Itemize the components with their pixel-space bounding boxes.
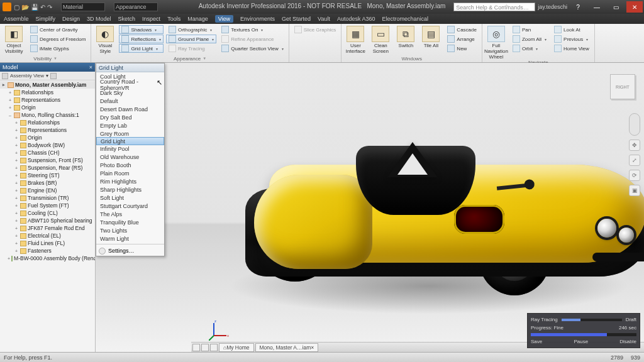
menu-a360[interactable]: Autodesk A360: [337, 16, 375, 22]
tab-document[interactable]: Mono, Master A…iam ×: [255, 343, 319, 352]
rt-save-button[interactable]: Save: [531, 339, 542, 344]
tree-node[interactable]: +Engine (EN): [0, 187, 95, 194]
visual-style-button[interactable]: ◐ Visual Style: [94, 25, 116, 54]
signin-user[interactable]: jay.tedeschi: [538, 4, 567, 10]
clean-screen-button[interactable]: ▭Clean Screen: [369, 25, 392, 54]
switch-windows-button[interactable]: ⧉Switch: [394, 25, 417, 48]
degrees-of-freedom-button[interactable]: Degrees of Freedom: [28, 35, 88, 43]
rt-quality-slider[interactable]: [562, 319, 622, 321]
new-window-button[interactable]: New: [445, 44, 479, 53]
tree-node[interactable]: +Fuel System (FT): [0, 202, 95, 209]
zoom-all-button[interactable]: Zoom All▾: [510, 35, 549, 43]
menu-3dmodel[interactable]: 3D Model: [87, 16, 111, 22]
tree-node[interactable]: +Electrical (EL): [0, 232, 95, 239]
browser-header[interactable]: Model ×: [0, 63, 95, 72]
tree-node[interactable]: +Chassis (CH): [0, 149, 95, 156]
qat-undo-icon[interactable]: ↶: [40, 4, 45, 11]
tree-node[interactable]: +Relationships: [0, 119, 95, 126]
nav-wheel-icon[interactable]: [629, 113, 640, 136]
nav-pan-icon[interactable]: ✥: [629, 140, 640, 151]
menu-assemble[interactable]: Assemble: [4, 16, 29, 22]
lighting-option[interactable]: The Alps: [96, 210, 164, 218]
model-tree[interactable]: ▸Mono, Master Assembly.iam +Relationship…: [0, 80, 95, 352]
tile-all-button[interactable]: ▤Tile All: [419, 25, 442, 48]
tab-home[interactable]: ⌂ My Home: [219, 343, 254, 352]
lighting-style-button[interactable]: Grid Light▾: [119, 44, 164, 53]
favorite-star-icon[interactable]: ★: [504, 3, 509, 9]
pan-button[interactable]: Pan: [510, 25, 549, 34]
tree-node[interactable]: +Transmision (TR): [0, 194, 95, 202]
tree-node[interactable]: +Representations: [0, 96, 95, 104]
tree-node[interactable]: +Suspension, Rear (RS): [0, 164, 95, 172]
browser-toolbar[interactable]: Assembly View▾: [0, 72, 95, 80]
tab-nav-next-icon[interactable]: [201, 344, 209, 351]
menu-design[interactable]: Design: [62, 16, 80, 22]
tree-root[interactable]: ▸Mono, Master Assembly.iam: [0, 81, 95, 89]
tree-node[interactable]: +Bodywork (BW): [0, 141, 95, 149]
nav-zoom-icon[interactable]: ⤢: [629, 155, 640, 166]
menu-inspect[interactable]: Inspect: [142, 16, 160, 22]
object-visibility-button[interactable]: ◧ Object Visibility: [3, 25, 25, 54]
menu-vault[interactable]: Vault: [318, 16, 330, 22]
lighting-settings-button[interactable]: Settings…: [96, 246, 164, 256]
lighting-option[interactable]: Soft Light: [96, 194, 164, 202]
tree-node[interactable]: +Suspension, Front (FS): [0, 156, 95, 164]
menu-simplify[interactable]: Simplify: [36, 16, 56, 22]
qat-redo-icon[interactable]: ↷: [47, 4, 52, 11]
browser-tool-icon[interactable]: [50, 73, 57, 79]
home-view-button[interactable]: Home View: [552, 44, 592, 53]
tree-node[interactable]: –Mono, Rolling Chassis:1: [0, 111, 95, 119]
lighting-option[interactable]: Plain Room: [96, 169, 164, 177]
qat-open-icon[interactable]: 📂: [21, 4, 29, 11]
lighting-option[interactable]: Tranquility Blue: [96, 218, 164, 226]
tree-node[interactable]: +Cooling (CL): [0, 209, 95, 217]
menu-getstarted[interactable]: Get Started: [282, 16, 311, 22]
tree-node[interactable]: +Representations: [0, 126, 95, 134]
tree-node[interactable]: +Fluid Lines (FL): [0, 239, 95, 247]
material-dropdown[interactable]: Material: [61, 3, 105, 11]
ground-plane-button[interactable]: Ground Plane▾: [166, 35, 216, 43]
tree-node[interactable]: +ABWT10 Spherical bearing: [0, 217, 95, 224]
lighting-option[interactable]: Two Lights: [96, 226, 164, 234]
app-logo-icon[interactable]: [3, 3, 11, 11]
qat-new-icon[interactable]: ▢: [14, 4, 19, 11]
imate-glyphs-button[interactable]: iMate Glyphs: [28, 44, 88, 53]
minimize-button[interactable]: —: [589, 1, 605, 13]
lighting-option[interactable]: Default: [96, 97, 164, 105]
view-cube[interactable]: RIGHT: [610, 74, 635, 99]
center-of-gravity-button[interactable]: Center of Gravity: [28, 25, 88, 34]
previous-view-button[interactable]: Previous▾: [552, 35, 592, 43]
lighting-option[interactable]: Stuttgart Courtyard: [96, 202, 164, 210]
appearance-dropdown[interactable]: Appearance: [114, 3, 158, 11]
tree-node[interactable]: +Brakes (BR): [0, 179, 95, 187]
nav-wheel-button[interactable]: ◎Full Navigation Wheel: [485, 25, 508, 60]
nav-lookat-icon[interactable]: ▣: [629, 185, 640, 196]
tab-nav-prev-icon[interactable]: [192, 344, 200, 351]
cascade-button[interactable]: Cascade: [445, 25, 479, 34]
tree-node[interactable]: +Origin: [0, 104, 95, 111]
menu-view[interactable]: View: [215, 15, 233, 23]
lighting-option[interactable]: Rim Highlights: [96, 177, 164, 185]
menu-manage[interactable]: Manage: [187, 16, 208, 22]
lighting-option[interactable]: Empty Lab: [96, 121, 164, 129]
tree-node[interactable]: +JFK87 Female Rod End: [0, 224, 95, 232]
tab-list-icon[interactable]: [210, 344, 218, 351]
qat-save-icon[interactable]: 💾: [31, 4, 38, 11]
close-button[interactable]: ✕: [626, 1, 643, 13]
ray-tracing-button[interactable]: Ray Tracing: [166, 44, 216, 53]
lighting-option[interactable]: Country Road - SpheronVR: [96, 80, 164, 89]
orthographic-button[interactable]: Orthographic▾: [166, 25, 216, 34]
tree-node[interactable]: +Relationships: [0, 89, 95, 96]
user-interface-button[interactable]: ▦User Interface: [344, 25, 367, 54]
tree-node[interactable]: +Fasteners: [0, 247, 95, 255]
lighting-style-menu[interactable]: Grid Light Cool LightCountry Road - Sphe…: [96, 63, 165, 256]
rt-disable-button[interactable]: Disable: [619, 339, 636, 344]
tree-node[interactable]: +Origin: [0, 134, 95, 141]
tree-node[interactable]: +M-BW-0000 Assembly Body (Render):1: [0, 255, 95, 262]
lighting-option[interactable]: Old Warehouse: [96, 153, 164, 161]
filter-icon[interactable]: [2, 73, 8, 79]
menu-tools[interactable]: Tools: [167, 16, 180, 22]
look-at-button[interactable]: Look At: [552, 25, 592, 34]
orbit-button[interactable]: Orbit▾: [510, 44, 549, 53]
viewport[interactable]: RIGHT ✥ ⤢ ⟳ ▣ z x Ray Tracing Draft Prog: [96, 63, 644, 352]
